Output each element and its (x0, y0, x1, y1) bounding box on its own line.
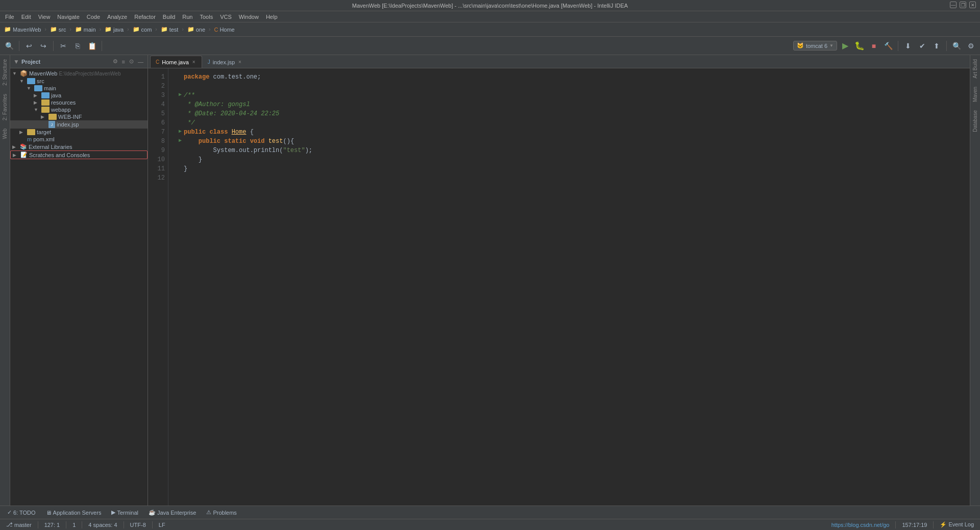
toolbar-copy[interactable]: ⎘ (71, 40, 84, 52)
nav-java[interactable]: 📁 java (103, 25, 126, 34)
tree-item-java[interactable]: ▶ java (10, 92, 148, 99)
tree-item-target[interactable]: ▶ target (10, 129, 148, 136)
project-dropdown-icon[interactable]: ▼ (13, 58, 19, 65)
toolbar-redo[interactable]: ↪ (37, 40, 50, 52)
menu-item-refactor[interactable]: Refactor (131, 13, 159, 21)
nav-home[interactable]: C Home (212, 26, 236, 34)
run-button[interactable]: ▶ (839, 40, 851, 52)
vcs-commit[interactable]: ✔ (916, 40, 928, 52)
database-tab[interactable]: Database (971, 106, 979, 136)
menu-item-tools[interactable]: Tools (197, 13, 216, 21)
toolbar-search-everywhere[interactable]: 🔍 (3, 40, 15, 52)
menu-item-navigate[interactable]: Navigate (54, 13, 82, 21)
tab-index-jsp[interactable]: J index.jsp × (202, 56, 248, 68)
problems-label: Problems (213, 510, 236, 516)
nav-src[interactable]: 📁 src (48, 25, 68, 34)
file-icon-pom-xml: m (27, 136, 32, 142)
status-line-col[interactable]: 127: 1 (42, 522, 62, 528)
tree-item-resources[interactable]: ▶ resources (10, 99, 148, 106)
folder-icon-webapp (41, 107, 50, 113)
favorites-tab[interactable]: 2: Favorites (1, 90, 9, 124)
status-position[interactable]: 157:17:19 (900, 522, 929, 528)
title-bar: MavenWeb [E:\IdeaProjects\MavenWeb] - ..… (0, 0, 980, 11)
toolbar-paste[interactable]: 📋 (86, 40, 98, 52)
toolbar-undo[interactable]: ↩ (23, 40, 35, 52)
scratches-icon: 📝 (20, 152, 28, 158)
status-git[interactable]: ⎇ master (4, 521, 34, 528)
main-area: 2: Structure 2: Favorites Web ▼ Project … (0, 55, 980, 506)
nav-main[interactable]: 📁 main (73, 25, 98, 34)
maven-tab[interactable]: Maven (971, 83, 979, 106)
code-content[interactable]: package com.test.one; ▶ /** * @Author: g… (168, 68, 970, 506)
status-spaces[interactable]: 4 spaces: 4 (86, 522, 119, 528)
nav-mavenweb[interactable]: 📁 MavenWeb (2, 25, 43, 34)
event-log[interactable]: ⚡ Event Log (938, 521, 976, 528)
status-row[interactable]: 1 (70, 522, 78, 528)
tomcat-selector[interactable]: 🐱 tomcat 6 ▼ (793, 41, 837, 51)
tree-item-mavenweb[interactable]: ▼ 📦 MavenWeb E:\IdeaProjects\MavenWeb (10, 69, 148, 78)
vcs-push[interactable]: ⬆ (930, 40, 943, 52)
debug-button[interactable]: 🐛 (853, 40, 866, 52)
project-hide-icon[interactable]: — (137, 58, 144, 66)
tab-home-java-close[interactable]: × (191, 59, 197, 65)
tree-item-web-inf[interactable]: ▶ WEB-INF (10, 113, 148, 120)
menu-item-analyze[interactable]: Analyze (104, 13, 130, 21)
left-vertical-tabs: 2: Structure 2: Favorites Web (0, 55, 10, 506)
java-enterprise-icon: ☕ (149, 509, 156, 516)
problems-tab[interactable]: ⚠ Problems (203, 508, 239, 517)
build-button[interactable]: 🔨 (882, 40, 894, 52)
menu-item-window[interactable]: Window (236, 13, 262, 21)
tree-item-webapp[interactable]: ▼ webapp (10, 106, 148, 113)
line-numbers: 1 2 3 4 5 6 7 8 9 10 11 12 (148, 68, 168, 506)
tree-item-pom-xml[interactable]: m pom.xml (10, 136, 148, 143)
terminal-tab[interactable]: ▶ Terminal (108, 508, 141, 517)
nav-test[interactable]: 📁 test (159, 25, 181, 34)
tab-home-java-label: Home.java (162, 59, 189, 65)
nav-com[interactable]: 📁 com (131, 25, 154, 34)
nav-one[interactable]: 📁 one (185, 25, 207, 34)
menu-item-file[interactable]: File (2, 13, 17, 21)
status-link[interactable]: https://blog.csdn.net/go (829, 522, 892, 528)
status-line-sep[interactable]: LF (157, 522, 167, 528)
close-button[interactable]: ✕ (969, 2, 976, 8)
tree-item-main[interactable]: ▼ main (10, 85, 148, 92)
structure-tab[interactable]: 2: Structure (1, 55, 9, 90)
menu-item-code[interactable]: Code (84, 13, 103, 21)
tab-index-jsp-close[interactable]: × (237, 59, 242, 65)
menu-item-view[interactable]: View (35, 13, 54, 21)
find-button[interactable]: 🔍 (950, 40, 963, 52)
menu-item-edit[interactable]: Edit (18, 13, 34, 21)
position-text: 157:17:19 (902, 522, 927, 528)
app-servers-tab[interactable]: 🖥 Application Servers (43, 509, 105, 517)
code-line-3: ▶ /** (177, 91, 966, 100)
status-encoding[interactable]: UTF-8 (128, 522, 148, 528)
vcs-update[interactable]: ⬇ (902, 40, 914, 52)
settings-button[interactable]: ⚙ (965, 40, 977, 52)
todo-icon: ✓ (7, 509, 12, 516)
menu-item-help[interactable]: Help (263, 13, 281, 21)
bottom-bar: ✓ 6: TODO 🖥 Application Servers ▶ Termin… (0, 506, 980, 519)
minimize-button[interactable]: — (950, 2, 957, 8)
tree-item-scratches[interactable]: ▶ 📝 Scratches and Consoles (10, 150, 148, 159)
menu-item-run[interactable]: Run (179, 13, 195, 21)
java-enterprise-tab[interactable]: ☕ Java Enterprise (145, 508, 199, 517)
toolbar-cut[interactable]: ✂ (57, 40, 69, 52)
web-tab[interactable]: Web (1, 124, 9, 143)
restore-button[interactable]: ❐ (960, 2, 966, 8)
todo-tab[interactable]: ✓ 6: TODO (4, 508, 39, 517)
tree-item-ext-libs[interactable]: ▶ 📚 External Libraries (10, 143, 148, 150)
project-gear-icon[interactable]: ⊙ (128, 57, 135, 66)
art-build-tab[interactable]: Art Build (971, 55, 979, 83)
menu-item-build[interactable]: Build (160, 13, 178, 21)
project-icon: 📦 (20, 70, 28, 77)
project-settings-icon[interactable]: ⚙ (112, 57, 119, 66)
spaces-label: 4 spaces: 4 (88, 522, 117, 528)
code-line-5: * @Date: 2020-04-24 22:25 (177, 109, 966, 118)
tree-item-src[interactable]: ▼ src (10, 78, 148, 85)
tab-home-java[interactable]: C Home.java × (150, 56, 202, 68)
stop-button[interactable]: ■ (868, 40, 880, 52)
menu-item-vcs[interactable]: VCS (217, 13, 235, 21)
tree-item-index-jsp[interactable]: J index.jsp (10, 120, 148, 129)
project-panel: ▼ Project ⚙ ≡ ⊙ — ▼ 📦 MavenWeb E:\IdeaPr… (10, 55, 148, 506)
project-sort-icon[interactable]: ≡ (121, 58, 126, 66)
